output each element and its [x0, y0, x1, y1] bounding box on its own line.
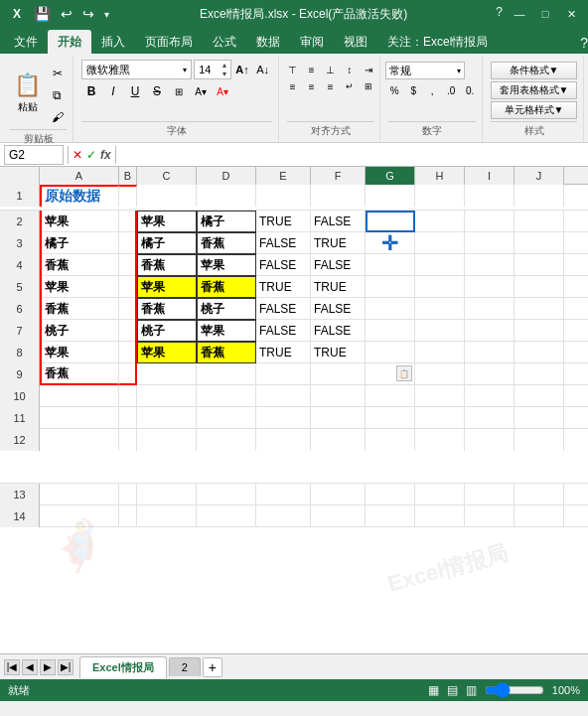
italic-button[interactable]: I [103, 81, 123, 101]
col-header-j[interactable]: J [514, 167, 564, 185]
col-header-g[interactable]: G [366, 167, 415, 185]
col-header-a[interactable]: A [40, 167, 119, 185]
cell-i3[interactable] [465, 232, 514, 254]
cell-b2[interactable] [119, 211, 137, 232]
cell-e6[interactable]: FALSE [256, 298, 311, 320]
row-header-10[interactable]: 10 [0, 385, 40, 407]
cell-b10[interactable] [119, 385, 137, 407]
col-header-c[interactable]: C [137, 167, 197, 185]
cell-j10[interactable] [514, 385, 564, 407]
cell-g6[interactable] [366, 298, 415, 320]
cell-f10[interactable] [311, 385, 366, 407]
cut-button[interactable]: ✂ [48, 64, 68, 83]
row-header-6[interactable]: 6 [0, 298, 40, 320]
cell-g14[interactable] [366, 505, 415, 527]
cell-j11[interactable] [514, 407, 564, 429]
cell-j9[interactable] [514, 363, 564, 385]
cell-c3[interactable]: 橘子 [137, 232, 197, 254]
align-right-button[interactable]: ≡ [322, 78, 340, 94]
redo-icon[interactable]: ↪ [80, 6, 96, 22]
cell-f8[interactable]: TRUE [311, 342, 366, 363]
cell-i9[interactable] [465, 363, 514, 385]
cell-a4[interactable]: 香蕉 [40, 254, 119, 276]
cell-i14[interactable] [465, 505, 514, 527]
minimize-btn[interactable]: — [511, 5, 528, 23]
cell-c14[interactable] [137, 505, 197, 527]
cell-e3[interactable]: FALSE [256, 232, 311, 254]
tab-first-btn[interactable]: |◀ [4, 659, 20, 675]
grid-area[interactable]: A B C D E F G H I J 1 原始数据 [0, 167, 588, 653]
row-header-11[interactable]: 11 [0, 407, 40, 429]
bold-button[interactable]: B [81, 81, 101, 101]
cell-h4[interactable] [415, 254, 465, 276]
cell-i7[interactable] [465, 320, 514, 342]
cell-e2[interactable]: TRUE [256, 211, 311, 232]
cell-c5[interactable]: 苹果 [137, 276, 197, 298]
cell-b6[interactable] [119, 298, 137, 320]
cell-d6[interactable]: 桃子 [197, 298, 256, 320]
row-header-7[interactable]: 7 [0, 320, 40, 342]
cell-d4[interactable]: 苹果 [197, 254, 256, 276]
tab-prev-btn[interactable]: ◀ [22, 659, 38, 675]
cell-f6[interactable]: FALSE [311, 298, 366, 320]
cell-b13[interactable] [119, 484, 137, 505]
cell-g8[interactable] [366, 342, 415, 363]
cell-g11[interactable] [366, 407, 415, 429]
row-header-9[interactable]: 9 [0, 363, 40, 385]
tab-data[interactable]: 数据 [246, 30, 290, 54]
cell-a12[interactable] [40, 429, 119, 451]
align-center-button[interactable]: ≡ [303, 78, 321, 94]
cell-h7[interactable] [415, 320, 465, 342]
cell-reference[interactable]: G2 [4, 145, 64, 165]
cell-a2[interactable]: 苹果 [40, 211, 119, 232]
cell-g10[interactable] [366, 385, 415, 407]
close-btn[interactable]: ✕ [562, 5, 580, 23]
row-header-4[interactable]: 4 [0, 254, 40, 276]
cell-e14[interactable] [256, 505, 311, 527]
cell-e9[interactable] [256, 363, 311, 385]
save-icon[interactable]: 💾 [32, 6, 53, 22]
cell-f5[interactable]: TRUE [311, 276, 366, 298]
cell-c6[interactable]: 香蕉 [137, 298, 197, 320]
strikethrough-button[interactable]: S [147, 81, 167, 101]
cell-f2[interactable]: FALSE [311, 211, 366, 232]
increase-decimal-button[interactable]: .0 [442, 82, 460, 98]
cell-j8[interactable] [514, 342, 564, 363]
cell-d3[interactable]: 香蕉 [197, 232, 256, 254]
tab-next-btn[interactable]: ▶ [40, 659, 56, 675]
cell-d8[interactable]: 香蕉 [197, 342, 256, 363]
cell-i11[interactable] [465, 407, 514, 429]
tab-file[interactable]: 文件 [4, 30, 48, 54]
font-color-button[interactable]: A▾ [213, 81, 232, 101]
align-bottom-button[interactable]: ⊥ [322, 62, 340, 77]
row-header-13[interactable]: 13 [0, 484, 40, 505]
col-header-h[interactable]: H [415, 167, 465, 185]
cell-g1[interactable] [366, 185, 415, 207]
cell-c10[interactable] [137, 385, 197, 407]
cell-j2[interactable] [514, 211, 564, 232]
format-painter-button[interactable]: 🖌 [48, 107, 68, 127]
cell-e13[interactable] [256, 484, 311, 505]
cell-j7[interactable] [514, 320, 564, 342]
cancel-formula-icon[interactable]: ✕ [73, 148, 82, 162]
col-header-b[interactable]: B [119, 167, 137, 185]
tab-page-layout[interactable]: 页面布局 [135, 30, 203, 54]
cell-a13[interactable] [40, 484, 119, 505]
cell-h12[interactable] [415, 429, 465, 451]
merge-button[interactable]: ⊞ [360, 78, 377, 94]
cell-h10[interactable] [415, 385, 465, 407]
align-left-button[interactable]: ≡ [284, 78, 302, 94]
cell-f4[interactable]: FALSE [311, 254, 366, 276]
col-header-i[interactable]: I [465, 167, 514, 185]
cell-d11[interactable] [197, 407, 256, 429]
cell-g7[interactable] [366, 320, 415, 342]
tab-home[interactable]: 开始 [48, 30, 91, 54]
decrease-decimal-button[interactable]: 0. [461, 82, 479, 98]
confirm-formula-icon[interactable]: ✓ [86, 148, 96, 162]
fill-color-button[interactable]: A▾ [191, 81, 211, 101]
cell-h13[interactable] [415, 484, 465, 505]
cell-j1[interactable] [514, 185, 564, 207]
cell-i10[interactable] [465, 385, 514, 407]
cell-d10[interactable] [197, 385, 256, 407]
text-orient-button[interactable]: ↕ [341, 62, 359, 77]
